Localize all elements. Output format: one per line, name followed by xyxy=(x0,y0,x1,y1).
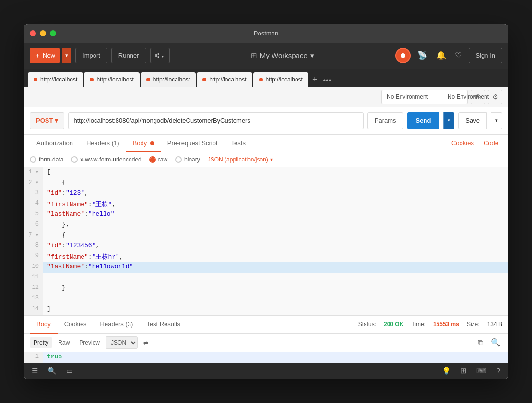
url-input[interactable] xyxy=(68,112,363,129)
response-body: 1 true xyxy=(24,352,508,363)
new-dropdown-button[interactable]: ▾ xyxy=(62,48,71,63)
target-icon[interactable] xyxy=(395,48,411,63)
new-label: New xyxy=(43,52,55,59)
window-title: Postman xyxy=(254,30,278,37)
env-bar: No Environment No Environment 👁 ⚙ xyxy=(24,87,508,107)
tab-item-5[interactable]: http://localhost xyxy=(253,72,308,87)
layout-icon[interactable]: ⊞ xyxy=(458,365,470,377)
method-label: POST xyxy=(36,117,53,124)
tab-label-1: http://localhost xyxy=(40,76,77,83)
save-button[interactable]: Save xyxy=(458,112,487,129)
tab-label-2: http://localhost xyxy=(96,76,133,83)
keyboard-icon[interactable]: ⌨ xyxy=(473,365,490,377)
send-dropdown-button[interactable]: ▾ xyxy=(443,112,454,129)
bell-icon[interactable]: 🔔 xyxy=(434,48,448,62)
method-selector[interactable]: POST ▾ xyxy=(30,112,64,129)
time-value: 15553 ms xyxy=(433,321,459,328)
toolbar-right: 📡 🔔 ♡ Sign In xyxy=(395,48,502,63)
code-line-11: 11 xyxy=(24,273,508,283)
params-button[interactable]: Params xyxy=(367,112,403,129)
copy-icon[interactable]: ⧉ xyxy=(476,337,485,348)
send-button[interactable]: Send xyxy=(407,112,440,129)
tab-dot-2 xyxy=(90,78,94,81)
wrap-icon[interactable]: ⇌ xyxy=(140,337,152,348)
tab-item-2[interactable]: http://localhost xyxy=(84,72,139,87)
method-chevron: ▾ xyxy=(55,117,58,124)
resp-icons: ⧉ 🔍 xyxy=(476,337,502,348)
tab-body[interactable]: Body xyxy=(126,135,161,152)
new-button[interactable]: ＋ New xyxy=(30,48,60,63)
minimize-button[interactable] xyxy=(40,30,46,36)
tab-item-1[interactable]: http://localhost xyxy=(28,72,83,87)
tab-label-4: http://localhost xyxy=(209,76,246,83)
satellite-icon[interactable]: 📡 xyxy=(415,48,429,62)
help-icon[interactable]: ? xyxy=(494,365,503,377)
form-data-option[interactable]: form-data xyxy=(30,156,63,163)
runner-button[interactable]: Runner xyxy=(111,48,146,63)
request-bar: POST ▾ Params Send ▾ Save ▾ xyxy=(24,107,508,135)
tab-prerequest[interactable]: Pre-request Script xyxy=(161,135,225,152)
code-editor[interactable]: 1 ▾ [ 2 ▾ { 3 "id":"123", 4 "firstName":… xyxy=(24,167,508,315)
add-tab-button[interactable]: + xyxy=(309,75,320,85)
fork-button[interactable]: ⑆ ▾ xyxy=(150,48,170,63)
resp-tab-cookies[interactable]: Cookies xyxy=(58,316,94,334)
code-link[interactable]: Code xyxy=(480,135,502,151)
resp-line-1: 1 true xyxy=(24,352,508,363)
resp-tab-test-results[interactable]: Test Results xyxy=(140,316,187,334)
tab-headers[interactable]: Headers (1) xyxy=(80,135,126,152)
code-line-7: 7 ▾ { xyxy=(24,230,508,241)
save-dropdown-button[interactable]: ▾ xyxy=(491,112,502,129)
cookies-link[interactable]: Cookies xyxy=(448,135,478,151)
response-section: Body Cookies Headers (3) Test Results St… xyxy=(24,315,508,363)
import-button[interactable]: Import xyxy=(75,48,107,63)
format-select[interactable]: JSON xyxy=(106,336,138,349)
body-active-dot xyxy=(150,141,154,145)
settings-icon[interactable]: ⚙ xyxy=(488,90,502,104)
workspace-selector[interactable]: ⊞ My Workspace ▾ xyxy=(251,51,314,60)
raw-button[interactable]: Raw xyxy=(54,337,73,348)
tab-item-3[interactable]: http://localhost xyxy=(141,72,196,87)
maximize-button[interactable] xyxy=(50,30,56,36)
titlebar: Postman xyxy=(24,24,508,43)
pretty-button[interactable]: Pretty xyxy=(30,337,52,348)
binary-option[interactable]: binary xyxy=(175,156,200,163)
raw-radio xyxy=(149,156,156,163)
size-value: 134 B xyxy=(487,321,502,328)
close-button[interactable] xyxy=(30,30,36,36)
tab-dot-1 xyxy=(34,78,37,81)
heart-icon[interactable]: ♡ xyxy=(453,48,464,62)
window-controls xyxy=(30,30,56,36)
resp-tab-headers[interactable]: Headers (3) xyxy=(94,316,140,334)
search-bar-button[interactable]: 🔍 xyxy=(45,365,59,377)
environment-select[interactable]: No Environment xyxy=(381,90,468,104)
code-line-12: 12 } xyxy=(24,283,508,294)
code-line-9: 9 "firstName":"王栋hr", xyxy=(24,252,508,262)
more-tabs-button[interactable]: ••• xyxy=(321,76,333,85)
body-type-bar: form-data x-www-form-urlencoded raw bina… xyxy=(24,152,508,167)
tab-authorization[interactable]: Authorization xyxy=(30,135,80,152)
json-type-button[interactable]: JSON (application/json) ▾ xyxy=(208,156,273,163)
lightbulb-icon[interactable]: 💡 xyxy=(439,365,454,377)
code-line-8: 8 "id":"123456", xyxy=(24,241,508,252)
urlencoded-option[interactable]: x-www-form-urlencoded xyxy=(71,156,141,163)
resp-format-bar: Pretty Raw Preview JSON ⇌ ⧉ 🔍 xyxy=(24,334,508,352)
resp-tab-body[interactable]: Body xyxy=(30,316,58,334)
toolbar: ＋ New ▾ Import Runner ⑆ ▾ ⊞ My Workspace… xyxy=(24,43,508,69)
raw-option[interactable]: raw xyxy=(149,156,167,163)
terminal-button[interactable]: ▭ xyxy=(63,365,76,377)
status-bar: ☰ 🔍 ▭ 💡 ⊞ ⌨ ? xyxy=(24,363,508,379)
signin-button[interactable]: Sign In xyxy=(469,48,502,63)
main-window: Postman ＋ New ▾ Import Runner ⑆ ▾ ⊞ My W… xyxy=(24,24,508,379)
sidebar-toggle-button[interactable]: ☰ xyxy=(29,365,41,377)
code-line-4: 4 "firstName":"王栋", xyxy=(24,199,508,209)
tab-dot-3 xyxy=(146,78,150,81)
response-status: Status: 200 OK Time: 15553 ms Size: 134 … xyxy=(358,321,502,328)
urlencoded-radio xyxy=(71,156,78,163)
tab-tests[interactable]: Tests xyxy=(225,135,252,152)
preview-button[interactable]: Preview xyxy=(75,337,104,348)
tab-item-4[interactable]: http://localhost xyxy=(197,72,252,87)
eye-icon[interactable]: 👁 xyxy=(471,90,485,104)
search-icon[interactable]: 🔍 xyxy=(489,337,502,348)
workspace-label: My Workspace xyxy=(260,51,307,59)
grid-icon: ⊞ xyxy=(251,51,257,60)
